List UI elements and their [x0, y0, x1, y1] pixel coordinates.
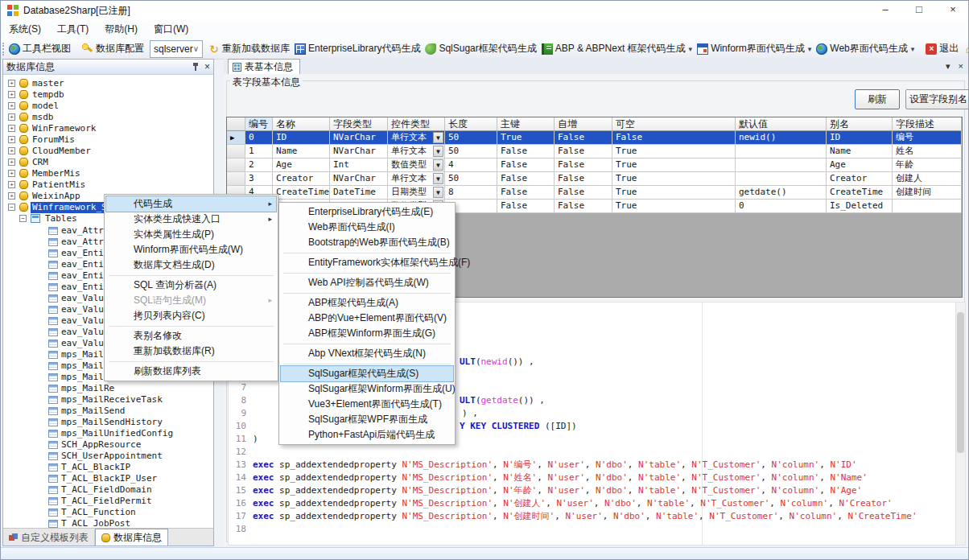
expand-icon[interactable]: +: [8, 192, 15, 200]
grid-cell[interactable]: False: [555, 200, 612, 213]
grid-cell[interactable]: 50: [445, 145, 497, 159]
grid-cell[interactable]: 数值类型▼: [388, 159, 445, 172]
grid-cell[interactable]: NVarChar: [330, 145, 388, 159]
grid-cell[interactable]: NVarChar: [330, 131, 388, 145]
toolbar-view-button[interactable]: 工具栏视图: [6, 40, 73, 57]
expand-icon[interactable]: +: [8, 102, 15, 109]
grid-cell[interactable]: 2: [245, 159, 273, 172]
submenu-item-16[interactable]: Vue3+Element界面代码生成(T): [281, 397, 453, 412]
grid-cell[interactable]: True: [612, 172, 736, 186]
submenu-item-17[interactable]: SqlSugar框架WPF界面生成: [281, 412, 453, 427]
toolbar-dbconfig-button[interactable]: 数据库配置: [80, 40, 146, 57]
grid-cell[interactable]: getdate(): [736, 186, 827, 200]
grid-column-header-2[interactable]: 字段类型: [330, 117, 388, 131]
grid-cell[interactable]: NVarChar: [330, 172, 388, 186]
grid-cell[interactable]: 8: [445, 186, 497, 200]
submenu-item-12[interactable]: Abp VNext框架代码生成(N): [281, 346, 453, 361]
grid-cell[interactable]: False: [497, 159, 555, 172]
grid-cell[interactable]: False: [497, 200, 555, 213]
context-menu-item-0[interactable]: 代码生成▸: [106, 196, 276, 212]
grid-cell[interactable]: False: [555, 186, 612, 200]
database-type-combo[interactable]: sqlserver ∨: [150, 40, 203, 58]
grid-cell[interactable]: 单行文本▼: [388, 145, 445, 159]
expand-icon[interactable]: +: [8, 125, 15, 132]
context-menu-item-1[interactable]: 实体类生成快速入口▸: [106, 212, 276, 227]
grid-cell[interactable]: [736, 172, 827, 186]
submenu-item-1[interactable]: Web界面代码生成(I): [281, 220, 453, 235]
grid-cell[interactable]: [736, 145, 827, 159]
grid-cell[interactable]: Age: [827, 159, 893, 172]
grid-column-header-0[interactable]: 编号: [245, 117, 273, 131]
grid-cell[interactable]: True: [612, 186, 736, 200]
grid-cell[interactable]: 年龄: [893, 159, 962, 172]
grid-cell[interactable]: CreateTime: [827, 186, 893, 200]
toolbar-exit-button[interactable]: × 退出: [923, 40, 961, 57]
toolbar-gen-button-1[interactable]: SqlSugar框架代码生成: [423, 40, 538, 57]
cell-dropdown-icon[interactable]: ▼: [433, 159, 443, 171]
submenu-item-2[interactable]: Bootstrap的Web界面代码生成(B): [281, 235, 453, 250]
grid-cell[interactable]: newid(): [736, 131, 827, 145]
tab-list-dropdown-icon[interactable]: ▾: [946, 61, 950, 72]
cell-dropdown-icon[interactable]: ▼: [433, 173, 443, 184]
expand-icon[interactable]: +: [8, 159, 15, 166]
grid-column-header-7[interactable]: 可空: [612, 117, 736, 131]
grid-cell[interactable]: False: [612, 131, 736, 145]
grid-cell[interactable]: 4: [445, 159, 497, 172]
grid-cell[interactable]: False: [555, 131, 612, 145]
expand-icon[interactable]: +: [8, 91, 15, 98]
submenu-item-0[interactable]: EnterpriseLibrary代码生成(E): [281, 204, 453, 220]
grid-cell[interactable]: 3: [245, 172, 273, 186]
grid-row-header[interactable]: ▶: [227, 131, 245, 145]
panel-close-icon[interactable]: ×: [204, 62, 210, 72]
toolbar-gen-button-0[interactable]: EnterpriseLibrary代码生成: [292, 40, 423, 57]
cell-dropdown-icon[interactable]: ▼: [433, 146, 443, 157]
collapse-icon[interactable]: −: [19, 215, 27, 222]
grid-cell[interactable]: Creator: [273, 172, 330, 186]
expand-icon[interactable]: +: [8, 147, 15, 154]
grid-cell[interactable]: ID: [273, 131, 330, 145]
toolbar-gen-button-4[interactable]: Web界面代码生成▾: [814, 40, 917, 57]
grid-row-header[interactable]: [227, 145, 245, 159]
grid-column-header-5[interactable]: 主键: [497, 117, 555, 131]
submenu-item-18[interactable]: Python+FastApi后端代码生成: [281, 427, 453, 443]
submenu-item-10[interactable]: ABP框架Winform界面生成(G): [281, 326, 453, 341]
grid-column-header-1[interactable]: 名称: [273, 117, 330, 131]
toolbar-reload-button[interactable]: ↻ 重新加载数据库: [206, 40, 292, 57]
set-field-alias-button[interactable]: 设置字段别名: [905, 89, 969, 109]
submenu-item-4[interactable]: EntityFramework实体框架代码生成(F): [281, 255, 453, 270]
dropdown-arrow-icon[interactable]: ▾: [911, 45, 915, 53]
home-button[interactable]: ⌂: [961, 42, 969, 56]
grid-cell[interactable]: 单行文本▼: [388, 172, 445, 186]
cell-dropdown-icon[interactable]: ▼: [433, 187, 443, 198]
grid-cell[interactable]: CreateTime: [273, 186, 330, 200]
grid-cell[interactable]: False: [555, 172, 612, 186]
expand-icon[interactable]: +: [8, 181, 15, 188]
grid-cell[interactable]: Name: [273, 145, 330, 159]
collapse-icon[interactable]: −: [8, 204, 15, 211]
menubar-item-0[interactable]: 系统(S): [1, 20, 49, 39]
refresh-button[interactable]: 刷新: [855, 89, 900, 109]
context-menu-item-2[interactable]: 实体类属性生成(P): [106, 227, 276, 242]
editor-scrollbar[interactable]: [955, 303, 965, 545]
toolbar-gen-button-2[interactable]: ABP & ABPNext 框架代码生成▾: [539, 40, 695, 57]
context-menu-item-11[interactable]: 重新加载数据库(R): [106, 344, 276, 359]
maximize-button[interactable]: □: [902, 1, 936, 20]
scrollbar-thumb[interactable]: [957, 312, 964, 453]
grid-cell[interactable]: 1: [245, 145, 273, 159]
grid-cell[interactable]: DateTime: [330, 186, 388, 200]
grid-cell[interactable]: [736, 159, 827, 172]
menubar-item-3[interactable]: 窗口(W): [146, 20, 196, 39]
grid-cell[interactable]: 日期类型▼: [388, 186, 445, 200]
toolbar-gen-button-3[interactable]: Winform界面代码生成▾: [695, 40, 814, 57]
grid-column-header-4[interactable]: 长度: [445, 117, 497, 131]
grid-cell[interactable]: 编号: [893, 131, 962, 145]
grid-cell[interactable]: 创建时间: [893, 186, 962, 200]
context-menu-item-3[interactable]: Winform界面代码生成(W): [106, 242, 276, 257]
toolbar-grip[interactable]: [2, 43, 4, 56]
grid-cell[interactable]: False: [555, 145, 612, 159]
grid-cell[interactable]: Int: [330, 159, 388, 172]
minimize-button[interactable]: –: [868, 1, 902, 20]
panel-tab-0[interactable]: 自定义模板列表: [3, 529, 95, 546]
dropdown-arrow-icon[interactable]: ▾: [689, 45, 693, 53]
grid-cell[interactable]: Name: [827, 145, 893, 159]
